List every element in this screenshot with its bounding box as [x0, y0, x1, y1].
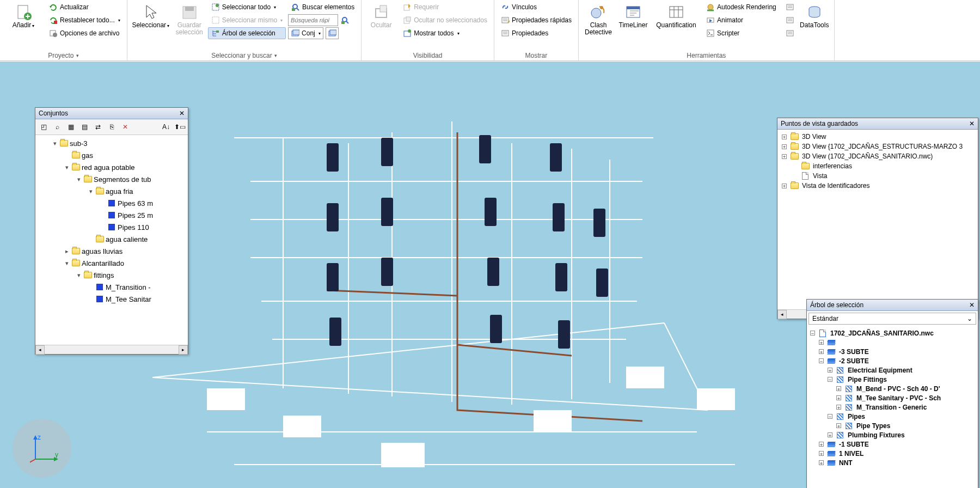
tree-item[interactable]: Pipes 110 — [38, 221, 188, 233]
tb-icon[interactable]: ◰ — [38, 121, 50, 133]
ribbon-quantif[interactable]: Quantification — [652, 1, 701, 31]
panel-title[interactable]: Conjuntos ✕ — [35, 108, 188, 119]
viewpoint-item[interactable]: +3D View (1702_JDCAÑAS_SANITARIO.nwc) — [780, 151, 978, 161]
selection-tree-item[interactable]: +Plumbing Fixtures — [809, 430, 978, 440]
selection-mode-combo[interactable]: Estándar ⌄ — [808, 313, 976, 325]
tree-item[interactable]: ▾sub-3 — [38, 137, 188, 149]
ribbon-page-add[interactable]: Añadir▾ — [3, 1, 44, 31]
expand-icon[interactable]: − — [810, 331, 815, 335]
expand-icon[interactable]: + — [819, 340, 824, 345]
panel-title[interactable]: Puntos de vista guardados ✕ — [777, 118, 978, 130]
tree-item[interactable]: ▾Alcantarillado — [38, 257, 188, 269]
tb-icon[interactable]: ⇄ — [92, 121, 104, 133]
conjuntos-tree[interactable]: ▾sub-3gas▾red agua potable▾Segmentos de … — [35, 135, 188, 345]
expand-icon[interactable]: + — [782, 184, 787, 188]
twist-icon[interactable]: ▾ — [64, 260, 70, 267]
import-icon[interactable]: ⬆▭ — [174, 121, 186, 133]
scroll-right[interactable]: ▸ — [179, 345, 188, 355]
selection-tree-item[interactable]: +NNT — [809, 458, 978, 467]
scroll-left[interactable]: ◂ — [35, 345, 45, 355]
tree-item[interactable]: ▾agua fria — [38, 185, 188, 197]
close-icon[interactable]: ✕ — [969, 120, 975, 127]
expand-icon[interactable]: + — [836, 405, 841, 410]
expand-icon[interactable]: + — [836, 395, 841, 400]
ribbon-group-label[interactable]: Proyecto▾ — [3, 50, 124, 60]
quick-search-input[interactable] — [288, 14, 338, 26]
viewpoint-item[interactable]: Vista — [780, 171, 978, 181]
tb-icon[interactable]: ▤ — [78, 121, 90, 133]
ribbon-animator[interactable]: Animator — [703, 14, 780, 26]
ribbon-timeliner[interactable]: TimeLiner — [617, 1, 650, 31]
sort-icon[interactable]: A↓ — [160, 121, 172, 133]
expand-icon[interactable]: − — [828, 414, 832, 419]
expand-icon[interactable]: + — [819, 451, 824, 456]
tree-item[interactable]: ▾Segmentos de tub — [38, 173, 188, 185]
ribbon-scripter[interactable]: Scripter — [703, 27, 780, 39]
twist-icon[interactable]: ▾ — [88, 188, 94, 195]
twist-icon[interactable]: ▾ — [76, 176, 82, 183]
ribbon-rendering[interactable]: Autodesk Rendering — [703, 1, 780, 13]
expand-icon[interactable]: − — [819, 358, 824, 363]
selection-tree-item[interactable]: +M_Tee Sanitary - PVC - Sch — [809, 393, 978, 402]
viewpoints-tree[interactable]: +3D View+3D View {1702_JDCAÑAS_ESTRUCTUR… — [777, 130, 978, 309]
expand-icon[interactable]: + — [828, 432, 832, 437]
twist-icon[interactable]: ▸ — [64, 248, 70, 255]
tree-item[interactable]: Pipes 63 m — [38, 197, 188, 209]
ribbon-datatools[interactable]: DataTools — [798, 1, 831, 31]
selection-tree-item[interactable]: +Electrical Equipment — [809, 365, 978, 375]
tool-icon[interactable] — [784, 27, 796, 39]
ribbon-group-label[interactable]: Seleccionar y buscar▾ — [131, 50, 358, 60]
expand-icon[interactable]: + — [828, 368, 832, 373]
selection-tree[interactable]: −1702_JDCAÑAS_SANITARIO.nwc++-3 SUBTE−-2… — [807, 326, 978, 488]
tb-icon[interactable]: ⎘ — [106, 121, 118, 133]
tb-icon[interactable]: ✕ — [119, 121, 131, 133]
tree-item[interactable]: gas — [38, 149, 188, 161]
close-icon[interactable]: ✕ — [969, 301, 975, 309]
selection-tree-item[interactable]: +M_Transition - Generic — [809, 402, 978, 412]
tree-item[interactable]: agua caliente — [38, 233, 188, 245]
expand-icon[interactable]: + — [819, 460, 824, 465]
scroll-left[interactable]: ◂ — [777, 310, 787, 319]
tb-icon[interactable]: ⌕ — [51, 121, 63, 133]
selection-tree-item[interactable]: −-2 SUBTE — [809, 356, 978, 365]
selection-tree-item[interactable]: +Pipe Types — [809, 421, 978, 430]
tree-item[interactable]: ▾red agua potable — [38, 161, 188, 173]
expand-icon[interactable]: + — [782, 154, 787, 159]
expand-icon[interactable]: + — [819, 349, 824, 354]
selection-tree-item[interactable]: −Pipe Fittings — [809, 375, 978, 384]
ribbon-sel-tree[interactable]: Árbol de selección — [208, 27, 286, 39]
tool-icon[interactable] — [784, 14, 796, 26]
selection-tree-item[interactable]: +-3 SUBTE — [809, 347, 978, 356]
ribbon-show-all[interactable]: Mostrar todos▾ — [400, 27, 491, 39]
selection-tree-item[interactable]: +M_Bend - PVC - Sch 40 - D' — [809, 384, 978, 393]
tree-item[interactable]: M_Transition - — [38, 281, 188, 293]
selection-tree-item[interactable]: −1702_JDCAÑAS_SANITARIO.nwc — [809, 328, 978, 338]
tool-icon[interactable] — [784, 1, 796, 13]
ribbon-refresh[interactable]: Actualizar — [46, 1, 124, 13]
tree-item[interactable]: ▸aguas lluvias — [38, 245, 188, 257]
tb-icon[interactable]: ▦ — [65, 121, 77, 133]
twist-icon[interactable]: ▾ — [76, 272, 82, 279]
selection-tree-item[interactable]: + — [809, 338, 978, 347]
viewpoint-item[interactable]: +3D View {1702_JDCAÑAS_ESTRUCTURAS-MARZO… — [780, 142, 978, 151]
expand-icon[interactable]: − — [828, 377, 832, 382]
scrollbar-horizontal[interactable]: ◂ ▸ — [35, 345, 188, 354]
selection-tree-item[interactable]: +-1 SUBTE — [809, 440, 978, 449]
ribbon-find[interactable]: Buscar elementos — [288, 1, 358, 13]
expand-icon[interactable]: + — [819, 442, 824, 447]
search-icon[interactable] — [339, 14, 351, 26]
viewpoint-item[interactable]: +Vista de Identificadores — [780, 181, 978, 191]
selection-tree-item[interactable]: −Pipes — [809, 412, 978, 421]
panel-title[interactable]: Árbol de selección ✕ — [807, 300, 978, 311]
twist-icon[interactable]: ▾ — [52, 140, 58, 147]
viewcube-compass[interactable]: z y x — [13, 419, 71, 478]
tree-item[interactable]: M_Tee Sanitar — [38, 293, 188, 305]
tree-item[interactable]: Pipes 25 m — [38, 209, 188, 221]
expand-icon[interactable]: + — [836, 386, 841, 391]
ribbon-links[interactable]: Vínculos — [498, 1, 575, 13]
selection-tree-item[interactable]: +1 NIVEL — [809, 449, 978, 458]
ribbon-file-opts[interactable]: Opciones de archivo — [46, 27, 124, 39]
ribbon-clash[interactable]: ClashDetective — [582, 1, 615, 38]
ribbon-sets[interactable]: Conj▾ — [288, 27, 323, 39]
expand-icon[interactable]: + — [782, 144, 787, 149]
